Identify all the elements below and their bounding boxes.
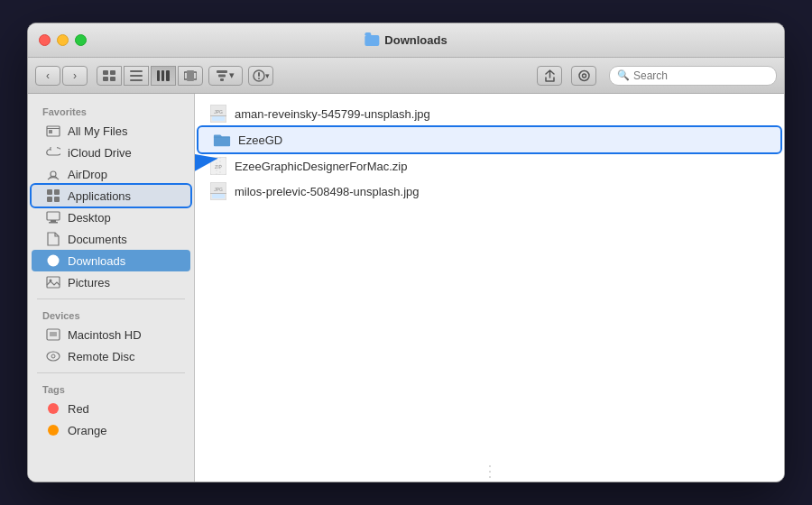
remote-disc-icon [46, 349, 60, 363]
applications-icon [46, 188, 60, 203]
file-item-ezeegd[interactable]: EzeeGD [198, 127, 780, 152]
minimize-button[interactable] [57, 34, 69, 46]
svg-rect-17 [258, 78, 260, 79]
svg-rect-13 [218, 74, 226, 77]
svg-rect-4 [130, 70, 143, 72]
svg-rect-11 [187, 70, 194, 81]
svg-rect-5 [130, 75, 143, 77]
view-columns-button[interactable] [151, 66, 176, 86]
svg-text:ZIP: ZIP [215, 164, 222, 170]
nav-buttons: ‹ › [35, 66, 88, 86]
sidebar-item-label: Orange [68, 424, 106, 437]
airdrop-icon [46, 167, 60, 181]
divider-1 [37, 298, 185, 299]
sidebar-item-desktop[interactable]: Desktop [32, 207, 190, 228]
file-area: JPG aman-reveinsky-545799-unsplash.jpg E… [195, 94, 784, 482]
svg-rect-0 [103, 70, 108, 75]
file-name: EzeeGD [238, 133, 282, 147]
file-name: aman-reveinsky-545799-unsplash.jpg [235, 107, 430, 121]
sidebar-item-all-my-files[interactable]: All My Files [32, 120, 190, 142]
file-icon-jpg: JPG [209, 105, 227, 123]
sidebar: Favorites All My Files iCloud Drive [28, 94, 195, 482]
favorites-header: Favorites [28, 101, 194, 120]
finder-window: Downloads ‹ › ▾ [27, 23, 785, 482]
sidebar-item-tag-red[interactable]: Red [32, 398, 190, 419]
sidebar-item-label: AirDrop [68, 168, 107, 181]
close-button[interactable] [39, 34, 51, 46]
maximize-button[interactable] [75, 34, 87, 46]
svg-rect-2 [103, 77, 108, 81]
svg-rect-3 [110, 77, 115, 81]
svg-rect-40 [210, 115, 226, 116]
search-input[interactable] [633, 69, 769, 82]
view-list-button[interactable] [124, 66, 149, 86]
svg-rect-16 [258, 72, 260, 77]
action-button[interactable]: ▾ [248, 66, 273, 86]
svg-rect-35 [50, 332, 57, 336]
tag-button[interactable] [571, 66, 596, 86]
svg-rect-21 [47, 128, 60, 129]
svg-point-19 [582, 74, 586, 78]
svg-rect-7 [157, 70, 160, 81]
file-item-milos[interactable]: JPG milos-prelevic-508498-unsplash.jpg [195, 179, 784, 204]
macintosh-hd-icon [46, 327, 60, 342]
sidebar-item-tag-orange[interactable]: Orange [32, 419, 190, 441]
file-name: milos-prelevic-508498-unsplash.jpg [235, 185, 420, 198]
sidebar-item-label: Documents [68, 233, 127, 246]
svg-rect-6 [130, 79, 143, 81]
svg-rect-30 [49, 222, 58, 224]
sidebar-item-remote-disc[interactable]: Remote Disc [32, 345, 190, 367]
sidebar-item-label: Applications [68, 189, 131, 203]
svg-rect-1 [110, 70, 115, 75]
share-button[interactable] [537, 66, 562, 86]
svg-rect-26 [47, 197, 52, 202]
icloud-icon [46, 145, 60, 160]
sidebar-item-airdrop[interactable]: AirDrop [32, 163, 190, 185]
svg-text:JPG: JPG [214, 187, 223, 192]
sidebar-item-label: Macintosh HD [68, 328, 142, 342]
arrange-button[interactable]: ▾ [208, 66, 243, 86]
back-button[interactable]: ‹ [35, 66, 60, 86]
tag-orange-icon [46, 423, 60, 437]
sidebar-item-icloud-drive[interactable]: iCloud Drive [32, 142, 190, 163]
search-box[interactable]: 🔍 [609, 66, 777, 86]
sidebar-item-label: Downloads [68, 254, 125, 268]
forward-button[interactable]: › [62, 66, 88, 86]
sidebar-item-downloads[interactable]: Downloads [32, 250, 190, 271]
resize-handle[interactable] [489, 462, 491, 482]
svg-rect-12 [217, 70, 227, 73]
svg-rect-9 [166, 70, 170, 81]
svg-rect-28 [47, 212, 60, 220]
tags-header: Tags [28, 379, 194, 398]
sidebar-item-label: Desktop [68, 211, 111, 225]
main-content: Favorites All My Files iCloud Drive [28, 94, 784, 482]
svg-rect-8 [161, 70, 164, 81]
all-my-files-icon [46, 124, 60, 138]
svg-rect-39 [212, 116, 225, 121]
downloads-icon [46, 253, 60, 268]
svg-text:JPG: JPG [214, 109, 223, 115]
svg-rect-25 [54, 189, 60, 195]
title-bar: Downloads [28, 23, 784, 58]
view-cover-button[interactable] [178, 66, 203, 86]
svg-point-37 [51, 354, 55, 358]
svg-point-18 [579, 70, 589, 80]
sidebar-item-documents[interactable]: Documents [32, 228, 190, 250]
sidebar-item-applications[interactable]: Applications [32, 185, 190, 207]
sidebar-item-pictures[interactable]: Pictures [32, 271, 190, 293]
toolbar: ‹ › ▾ ▾ [28, 58, 784, 94]
view-buttons [97, 66, 203, 86]
window-title: Downloads [384, 33, 447, 47]
file-item-aman[interactable]: JPG aman-reveinsky-545799-unsplash.jpg [195, 101, 784, 126]
sidebar-item-macintosh-hd[interactable]: Macintosh HD [32, 324, 190, 345]
divider-2 [37, 372, 185, 373]
file-icon-jpg2: JPG [209, 182, 227, 200]
svg-rect-46 [212, 194, 225, 198]
svg-point-36 [47, 352, 60, 361]
svg-rect-24 [47, 189, 52, 195]
title-folder-icon [364, 35, 379, 46]
view-icon-button[interactable] [97, 66, 122, 86]
pictures-icon [46, 275, 60, 289]
file-name: EzeeGraphicDesignerForMac.zip [235, 160, 407, 173]
file-item-ezee-zip[interactable]: ZIP EzeeGraphicDesignerForMac.zip [195, 153, 784, 179]
